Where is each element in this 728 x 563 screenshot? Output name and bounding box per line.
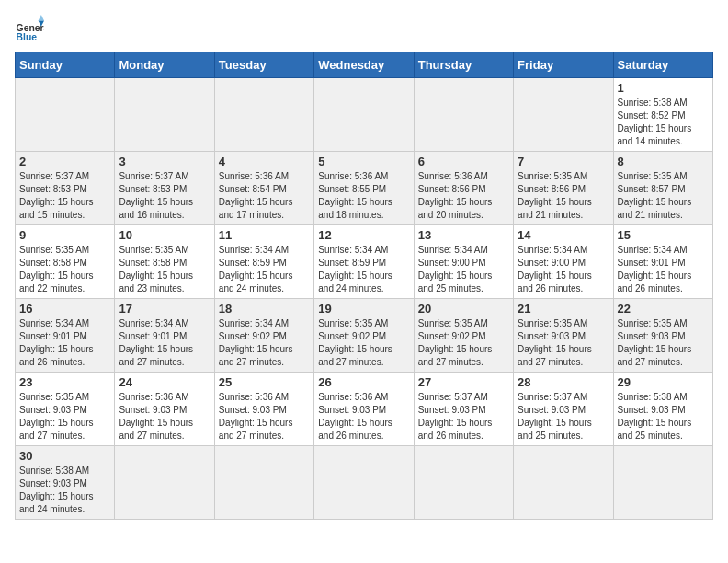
day-info: Sunrise: 5:35 AM Sunset: 8:57 PM Dayligh… [618, 170, 709, 222]
weekday-header-thursday: Thursday [414, 52, 513, 78]
calendar-cell [115, 78, 214, 152]
weekday-header-tuesday: Tuesday [214, 52, 313, 78]
day-info: Sunrise: 5:34 AM Sunset: 9:00 PM Dayligh… [418, 244, 509, 295]
calendar-cell [514, 446, 613, 520]
day-info: Sunrise: 5:34 AM Sunset: 9:00 PM Dayligh… [518, 244, 609, 295]
calendar: SundayMondayTuesdayWednesdayThursdayFrid… [15, 52, 713, 520]
calendar-cell [613, 446, 712, 520]
calendar-cell: 18Sunrise: 5:34 AM Sunset: 9:02 PM Dayli… [214, 299, 313, 373]
calendar-cell: 30Sunrise: 5:38 AM Sunset: 9:03 PM Dayli… [16, 446, 115, 520]
day-info: Sunrise: 5:38 AM Sunset: 9:03 PM Dayligh… [19, 465, 110, 516]
day-info: Sunrise: 5:36 AM Sunset: 8:55 PM Dayligh… [318, 170, 409, 222]
day-info: Sunrise: 5:35 AM Sunset: 8:58 PM Dayligh… [19, 244, 110, 295]
day-info: Sunrise: 5:37 AM Sunset: 8:53 PM Dayligh… [119, 170, 210, 222]
day-info: Sunrise: 5:34 AM Sunset: 9:01 PM Dayligh… [119, 317, 210, 369]
calendar-cell [314, 446, 414, 520]
day-number: 24 [119, 375, 210, 389]
day-info: Sunrise: 5:36 AM Sunset: 9:03 PM Dayligh… [318, 391, 409, 442]
calendar-week-row: 16Sunrise: 5:34 AM Sunset: 9:01 PM Dayli… [16, 299, 713, 373]
header: General Blue [15, 15, 713, 44]
logo-icon: General Blue [15, 15, 44, 44]
day-number: 6 [418, 155, 509, 168]
calendar-cell [314, 78, 414, 152]
calendar-cell: 6Sunrise: 5:36 AM Sunset: 8:56 PM Daylig… [414, 152, 513, 225]
calendar-week-row: 2Sunrise: 5:37 AM Sunset: 8:53 PM Daylig… [16, 152, 713, 225]
calendar-cell: 12Sunrise: 5:34 AM Sunset: 8:59 PM Dayli… [314, 225, 414, 299]
day-number: 1 [618, 81, 709, 95]
day-info: Sunrise: 5:34 AM Sunset: 9:01 PM Dayligh… [19, 317, 110, 369]
day-number: 17 [119, 302, 210, 316]
day-number: 19 [318, 302, 409, 316]
day-info: Sunrise: 5:35 AM Sunset: 9:02 PM Dayligh… [418, 317, 509, 369]
day-info: Sunrise: 5:36 AM Sunset: 9:03 PM Dayligh… [219, 391, 310, 442]
day-number: 10 [119, 228, 210, 242]
day-info: Sunrise: 5:37 AM Sunset: 9:03 PM Dayligh… [518, 391, 609, 442]
calendar-cell: 4Sunrise: 5:36 AM Sunset: 8:54 PM Daylig… [214, 152, 313, 225]
calendar-cell: 1Sunrise: 5:38 AM Sunset: 8:52 PM Daylig… [613, 78, 712, 152]
weekday-header-monday: Monday [115, 52, 214, 78]
day-number: 27 [418, 375, 509, 389]
calendar-week-row: 9Sunrise: 5:35 AM Sunset: 8:58 PM Daylig… [16, 225, 713, 299]
day-number: 11 [219, 228, 310, 242]
day-info: Sunrise: 5:38 AM Sunset: 8:52 PM Dayligh… [618, 97, 709, 148]
weekday-header-row: SundayMondayTuesdayWednesdayThursdayFrid… [16, 52, 713, 78]
day-info: Sunrise: 5:38 AM Sunset: 9:03 PM Dayligh… [618, 391, 709, 442]
day-info: Sunrise: 5:34 AM Sunset: 8:59 PM Dayligh… [318, 244, 409, 295]
day-number: 29 [618, 375, 709, 389]
calendar-cell: 15Sunrise: 5:34 AM Sunset: 9:01 PM Dayli… [613, 225, 712, 299]
weekday-header-wednesday: Wednesday [314, 52, 414, 78]
day-info: Sunrise: 5:35 AM Sunset: 8:56 PM Dayligh… [518, 170, 609, 222]
day-info: Sunrise: 5:37 AM Sunset: 8:53 PM Dayligh… [19, 170, 110, 222]
calendar-cell: 28Sunrise: 5:37 AM Sunset: 9:03 PM Dayli… [514, 373, 613, 446]
calendar-cell: 29Sunrise: 5:38 AM Sunset: 9:03 PM Dayli… [613, 373, 712, 446]
calendar-cell: 14Sunrise: 5:34 AM Sunset: 9:00 PM Dayli… [514, 225, 613, 299]
calendar-cell: 16Sunrise: 5:34 AM Sunset: 9:01 PM Dayli… [16, 299, 115, 373]
day-number: 12 [318, 228, 409, 242]
day-number: 9 [19, 228, 110, 242]
calendar-cell [214, 78, 313, 152]
logo: General Blue [15, 15, 48, 44]
calendar-cell [414, 446, 513, 520]
calendar-week-row: 23Sunrise: 5:35 AM Sunset: 9:03 PM Dayli… [16, 373, 713, 446]
day-number: 15 [618, 228, 709, 242]
weekday-header-saturday: Saturday [613, 52, 712, 78]
calendar-cell: 21Sunrise: 5:35 AM Sunset: 9:03 PM Dayli… [514, 299, 613, 373]
day-info: Sunrise: 5:34 AM Sunset: 8:59 PM Dayligh… [219, 244, 310, 295]
calendar-cell: 2Sunrise: 5:37 AM Sunset: 8:53 PM Daylig… [16, 152, 115, 225]
calendar-cell: 9Sunrise: 5:35 AM Sunset: 8:58 PM Daylig… [16, 225, 115, 299]
svg-marker-3 [39, 15, 44, 20]
day-info: Sunrise: 5:36 AM Sunset: 8:54 PM Dayligh… [219, 170, 310, 222]
calendar-cell: 17Sunrise: 5:34 AM Sunset: 9:01 PM Dayli… [115, 299, 214, 373]
calendar-week-row: 1Sunrise: 5:38 AM Sunset: 8:52 PM Daylig… [16, 78, 713, 152]
calendar-cell: 25Sunrise: 5:36 AM Sunset: 9:03 PM Dayli… [214, 373, 313, 446]
calendar-cell: 8Sunrise: 5:35 AM Sunset: 8:57 PM Daylig… [613, 152, 712, 225]
day-number: 4 [219, 155, 310, 168]
day-number: 7 [518, 155, 609, 168]
calendar-cell [115, 446, 214, 520]
calendar-cell: 3Sunrise: 5:37 AM Sunset: 8:53 PM Daylig… [115, 152, 214, 225]
calendar-cell [414, 78, 513, 152]
calendar-cell: 5Sunrise: 5:36 AM Sunset: 8:55 PM Daylig… [314, 152, 414, 225]
day-info: Sunrise: 5:35 AM Sunset: 9:03 PM Dayligh… [618, 317, 709, 369]
svg-text:Blue: Blue [17, 32, 38, 42]
day-info: Sunrise: 5:34 AM Sunset: 9:02 PM Dayligh… [219, 317, 310, 369]
day-info: Sunrise: 5:35 AM Sunset: 9:02 PM Dayligh… [318, 317, 409, 369]
day-number: 16 [19, 302, 110, 316]
day-number: 28 [518, 375, 609, 389]
day-number: 14 [518, 228, 609, 242]
calendar-cell: 20Sunrise: 5:35 AM Sunset: 9:02 PM Dayli… [414, 299, 513, 373]
calendar-cell: 10Sunrise: 5:35 AM Sunset: 8:58 PM Dayli… [115, 225, 214, 299]
day-info: Sunrise: 5:35 AM Sunset: 9:03 PM Dayligh… [518, 317, 609, 369]
calendar-week-row: 30Sunrise: 5:38 AM Sunset: 9:03 PM Dayli… [16, 446, 713, 520]
day-number: 20 [418, 302, 509, 316]
calendar-cell: 13Sunrise: 5:34 AM Sunset: 9:00 PM Dayli… [414, 225, 513, 299]
calendar-cell: 11Sunrise: 5:34 AM Sunset: 8:59 PM Dayli… [214, 225, 313, 299]
calendar-cell [514, 78, 613, 152]
day-number: 30 [19, 449, 110, 463]
day-number: 26 [318, 375, 409, 389]
day-info: Sunrise: 5:34 AM Sunset: 9:01 PM Dayligh… [618, 244, 709, 295]
calendar-cell: 19Sunrise: 5:35 AM Sunset: 9:02 PM Dayli… [314, 299, 414, 373]
day-info: Sunrise: 5:36 AM Sunset: 9:03 PM Dayligh… [119, 391, 210, 442]
day-info: Sunrise: 5:35 AM Sunset: 8:58 PM Dayligh… [119, 244, 210, 295]
calendar-cell [16, 78, 115, 152]
